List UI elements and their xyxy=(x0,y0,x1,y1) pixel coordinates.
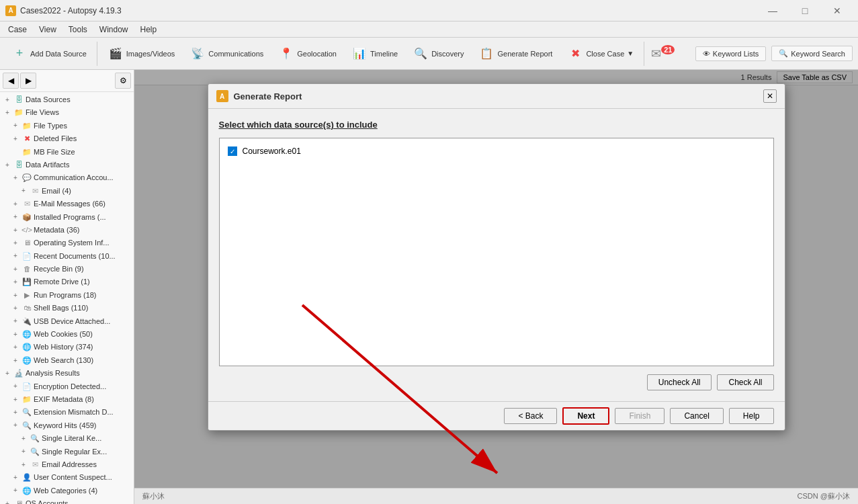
discovery-button[interactable]: 🔍 Discovery xyxy=(406,42,470,65)
sidebar-item-run-programs[interactable]: + ▶ Run Programs (18) xyxy=(0,289,134,302)
finish-button[interactable]: Finish xyxy=(615,408,664,424)
generate-report-dialog: A Generate Report ✕ Select which data so… xyxy=(208,83,785,431)
sidebar-label: MB File Size xyxy=(34,147,75,157)
data-source-checkbox[interactable] xyxy=(228,146,237,156)
communications-button[interactable]: 📡 Communications xyxy=(183,42,269,65)
help-button[interactable]: Help xyxy=(729,408,774,424)
menu-case[interactable]: Case xyxy=(3,24,32,36)
sidebar-label: Keyword Hits (459) xyxy=(34,421,97,431)
close-button[interactable]: ✕ xyxy=(822,0,853,22)
toolbar: + Add Data Source 🎬 Images/Videos 📡 Comm… xyxy=(0,38,858,70)
data-source-list: Coursework.e01 xyxy=(219,138,774,366)
sidebar-item-single-literal[interactable]: + 🔍 Single Literal Ke... xyxy=(0,432,134,445)
sidebar-item-installed-programs[interactable]: + 📦 Installed Programs (... xyxy=(0,211,134,224)
sidebar-item-remote-drive[interactable]: + 💾 Remote Drive (1) xyxy=(0,276,134,288)
add-data-source-button[interactable]: + Add Data Source xyxy=(5,42,93,65)
db-icon: 🗄 xyxy=(14,95,24,105)
sidebar-item-recycle-bin[interactable]: + 🗑 Recycle Bin (9) xyxy=(0,263,134,276)
sidebar-item-encryption[interactable]: + 📄 Encryption Detected... xyxy=(0,380,134,393)
uncheck-all-button[interactable]: Uncheck All xyxy=(647,374,712,390)
sidebar-item-os-accounts[interactable]: + 🖥 OS Accounts xyxy=(0,497,134,504)
maximize-button[interactable]: □ xyxy=(789,0,820,22)
back-button[interactable]: ◀ xyxy=(3,73,19,89)
sidebar-item-email[interactable]: + ✉ Email (4) xyxy=(0,185,134,198)
title-bar: A Cases2022 - Autopsy 4.19.3 — □ ✕ xyxy=(0,0,858,22)
menu-window[interactable]: Window xyxy=(94,24,134,36)
sidebar-label: E-Mail Messages (66) xyxy=(34,199,105,209)
dialog-footer: < Back Next Finish Cancel Help xyxy=(208,401,785,430)
sidebar-item-file-size[interactable]: 📁 MB File Size xyxy=(0,146,134,159)
next-button[interactable]: Next xyxy=(562,407,609,425)
sidebar-label: Single Regular Ex... xyxy=(42,447,107,457)
ext-icon: 🔍 xyxy=(22,408,32,417)
geolocation-button[interactable]: 📍 Geolocation xyxy=(272,42,343,65)
sidebar-item-email-messages[interactable]: + ✉ E-Mail Messages (66) xyxy=(0,198,134,210)
sidebar-label: Deleted Files xyxy=(34,134,77,144)
sidebar-item-web-history[interactable]: + 🌐 Web History (374) xyxy=(0,341,134,353)
expand-icon: + xyxy=(13,382,20,391)
sidebar-item-data-artifacts[interactable]: + 🗄 Data Artifacts xyxy=(0,159,134,171)
deleted-icon: ✖ xyxy=(22,134,32,144)
email-addr-icon: ✉ xyxy=(30,460,40,470)
sidebar-item-user-content[interactable]: + 👤 User Content Suspect... xyxy=(0,471,134,484)
title-bar-left: A Cases2022 - Autopsy 4.19.3 xyxy=(5,5,122,16)
back-button[interactable]: < Back xyxy=(504,408,557,424)
web-cat-icon: 🌐 xyxy=(22,486,32,495)
sidebar-item-usb-device[interactable]: + 🔌 USB Device Attached... xyxy=(0,315,134,328)
sidebar-item-metadata[interactable]: + </> Metadata (36) xyxy=(0,224,134,237)
separator-1 xyxy=(97,42,97,66)
expand-icon: + xyxy=(22,434,28,444)
expand-icon: + xyxy=(13,486,20,495)
data-source-item: Coursework.e01 xyxy=(225,144,768,159)
images-videos-icon: 🎬 xyxy=(108,46,124,62)
sidebar-item-web-search[interactable]: + 🌐 Web Search (130) xyxy=(0,354,134,367)
run-icon: ▶ xyxy=(22,291,32,300)
menu-view[interactable]: View xyxy=(34,24,62,36)
sidebar-item-web-cookies[interactable]: + 🌐 Web Cookies (50) xyxy=(0,328,134,341)
cancel-button[interactable]: Cancel xyxy=(670,408,723,424)
dialog-close-button[interactable]: ✕ xyxy=(763,89,777,103)
generate-report-button[interactable]: 📋 Generate Report xyxy=(472,42,558,65)
sidebar-label: Run Programs (18) xyxy=(34,290,97,300)
timeline-button[interactable]: 📊 Timeline xyxy=(345,42,404,65)
sidebar-label: Operating System Inf... xyxy=(34,238,110,248)
sidebar-item-deleted-files[interactable]: + ✖ Deleted Files xyxy=(0,132,134,145)
menu-help[interactable]: Help xyxy=(135,24,163,36)
minimize-button[interactable]: — xyxy=(757,0,788,22)
email-icon: ✉ xyxy=(30,186,40,196)
sidebar-item-exif[interactable]: + 📁 EXIF Metadata (8) xyxy=(0,393,134,406)
sidebar-label: Recent Documents (10... xyxy=(34,251,116,261)
watermark-left: 蘇小沐 xyxy=(142,491,165,501)
sidebar-item-email-addresses[interactable]: + ✉ Email Addresses xyxy=(0,458,134,471)
settings-button[interactable]: ⚙ xyxy=(115,73,131,89)
check-all-button[interactable]: Check All xyxy=(717,374,773,390)
menu-tools[interactable]: Tools xyxy=(63,24,93,36)
sidebar-item-comm-accounts[interactable]: + 💬 Communication Accou... xyxy=(0,171,134,184)
sidebar-label: Data Artifacts xyxy=(26,160,69,170)
sidebar-item-single-regex[interactable]: + 🔍 Single Regular Ex... xyxy=(0,446,134,458)
keyword-search-button[interactable]: 🔍 Keyword Search xyxy=(771,46,853,61)
sidebar-item-shell-bags[interactable]: + 🛍 Shell Bags (110) xyxy=(0,302,134,314)
geolocation-label: Geolocation xyxy=(297,50,337,58)
sidebar-item-file-types[interactable]: + 📁 File Types xyxy=(0,120,134,132)
sidebar-item-web-categories[interactable]: + 🌐 Web Categories (4) xyxy=(0,485,134,497)
sidebar-item-file-views[interactable]: + 📁 File Views xyxy=(0,106,134,119)
data-source-label: Coursework.e01 xyxy=(243,146,301,156)
drive-icon: 💾 xyxy=(22,278,32,287)
sidebar-item-os-info[interactable]: + 🖥 Operating System Inf... xyxy=(0,237,134,249)
close-case-button[interactable]: ✖ Close Case ▼ xyxy=(561,42,640,65)
sidebar-item-analysis-results[interactable]: + 🔬 Analysis Results xyxy=(0,367,134,380)
expand-icon: + xyxy=(13,421,20,430)
images-videos-button[interactable]: 🎬 Images/Videos xyxy=(101,42,181,65)
expand-icon: + xyxy=(13,356,20,366)
analysis-icon: 🔬 xyxy=(14,369,24,378)
sidebar-item-recent-docs[interactable]: + 📄 Recent Documents (10... xyxy=(0,250,134,263)
sidebar-item-ext-mismatch[interactable]: + 🔍 Extension Mismatch D... xyxy=(0,406,134,419)
geolocation-icon: 📍 xyxy=(278,46,294,62)
keyword-lists-button[interactable]: 👁 Keyword Lists xyxy=(695,46,766,61)
sidebar-item-data-sources[interactable]: + 🗄 Data Sources xyxy=(0,93,134,106)
sidebar-item-keyword-hits[interactable]: + 🔍 Keyword Hits (459) xyxy=(0,419,134,432)
forward-button[interactable]: ▶ xyxy=(20,73,36,89)
sidebar-label: Web Categories (4) xyxy=(34,486,97,496)
sidebar-label: Web History (374) xyxy=(34,342,93,352)
